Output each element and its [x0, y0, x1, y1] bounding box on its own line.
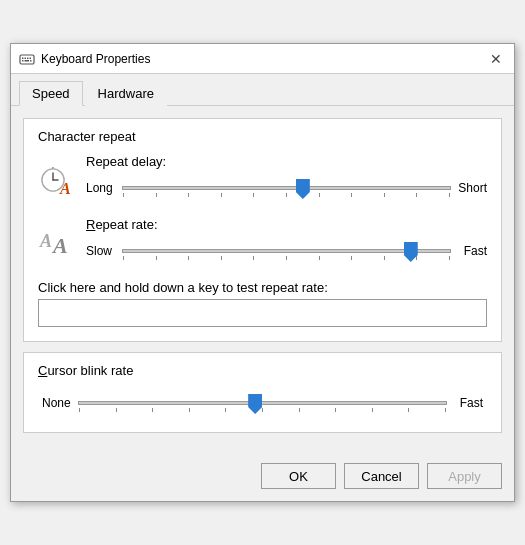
tick [262, 408, 263, 412]
title-bar: Keyboard Properties ✕ [11, 44, 514, 74]
tick [449, 256, 450, 260]
tick [253, 193, 254, 197]
cursor-blink-title: Cursor blink rate [38, 363, 487, 378]
tick [156, 256, 157, 260]
tick [188, 193, 189, 197]
svg-rect-7 [30, 60, 32, 62]
cancel-button[interactable]: Cancel [344, 463, 419, 489]
tick [319, 193, 320, 197]
rate-icon: A A [38, 222, 78, 262]
repeat-delay-slider-section: Repeat delay: Long [86, 154, 487, 203]
cursor-blink-section: Cursor blink rate None [23, 352, 502, 433]
delay-icon: A [38, 159, 78, 199]
tick [449, 193, 450, 197]
tick [123, 193, 124, 197]
svg-rect-0 [20, 55, 34, 64]
buttons-row: OK Cancel Apply [11, 455, 514, 501]
repeat-rate-row: A A Repeat rate: Slow [38, 217, 487, 266]
character-repeat-section: Character repeat A [23, 118, 502, 342]
cursor-blink-ticks [79, 408, 446, 412]
repeat-rate-left-label: Slow [86, 244, 116, 258]
tick [335, 408, 336, 412]
repeat-delay-left-label: Long [86, 181, 116, 195]
cursor-blink-slider[interactable] [78, 388, 447, 418]
tab-content: Character repeat A [11, 106, 514, 455]
tick [416, 193, 417, 197]
tick [116, 408, 117, 412]
ok-button[interactable]: OK [261, 463, 336, 489]
tick [225, 408, 226, 412]
keyboard-properties-window: Keyboard Properties ✕ Speed Hardware Cha… [10, 43, 515, 502]
keyboard-icon [19, 51, 35, 67]
tick [408, 408, 409, 412]
svg-rect-6 [25, 60, 30, 62]
tick [372, 408, 373, 412]
tick [123, 256, 124, 260]
cursor-blink-track [78, 401, 447, 405]
repeat-delay-track-container: Long [86, 173, 487, 203]
test-label: Click here and hold down a key to test r… [38, 280, 487, 295]
repeat-delay-right-label: Short [457, 181, 487, 195]
repeat-delay-track [122, 186, 451, 190]
svg-text:A: A [39, 231, 52, 251]
tick [445, 408, 446, 412]
tick [79, 408, 80, 412]
repeat-delay-label: Repeat delay: [86, 154, 487, 169]
close-button[interactable]: ✕ [486, 49, 506, 69]
title-bar-left: Keyboard Properties [19, 51, 150, 67]
svg-rect-1 [22, 57, 24, 59]
character-repeat-title: Character repeat [38, 129, 487, 144]
repeat-rate-slider[interactable] [122, 236, 451, 266]
svg-rect-4 [30, 57, 32, 59]
svg-rect-2 [25, 57, 27, 59]
tick [253, 256, 254, 260]
tab-hardware[interactable]: Hardware [85, 81, 167, 106]
tick [384, 256, 385, 260]
repeat-rate-ticks [123, 256, 450, 260]
tick [221, 256, 222, 260]
cursor-blink-right-label: Fast [453, 396, 483, 410]
repeat-rate-slider-section: Repeat rate: Slow [86, 217, 487, 266]
window-title: Keyboard Properties [41, 52, 150, 66]
tick [319, 256, 320, 260]
repeat-rate-label: Repeat rate: [86, 217, 487, 232]
tab-speed[interactable]: Speed [19, 81, 83, 106]
tick [351, 193, 352, 197]
repeat-delay-ticks [123, 193, 450, 197]
tick [189, 408, 190, 412]
cursor-blink-left-label: None [42, 396, 72, 410]
tab-bar: Speed Hardware [11, 74, 514, 106]
tick [416, 256, 417, 260]
tick [351, 256, 352, 260]
cursor-blink-title-underline: C [38, 363, 47, 378]
tick [384, 193, 385, 197]
tick [286, 193, 287, 197]
repeat-rate-track [122, 249, 451, 253]
repeat-delay-row: A Repeat delay: Long [38, 154, 487, 203]
tick [156, 193, 157, 197]
apply-button[interactable]: Apply [427, 463, 502, 489]
tick [221, 193, 222, 197]
tick [299, 408, 300, 412]
tick [286, 256, 287, 260]
repeat-rate-label-underline: R [86, 217, 95, 232]
test-input[interactable] [38, 299, 487, 327]
repeat-rate-track-container: Slow [86, 236, 487, 266]
svg-rect-3 [27, 57, 29, 59]
tick [188, 256, 189, 260]
tick [152, 408, 153, 412]
svg-text:A: A [51, 233, 68, 258]
test-area: Click here and hold down a key to test r… [38, 280, 487, 327]
repeat-rate-right-label: Fast [457, 244, 487, 258]
repeat-delay-slider[interactable] [122, 173, 451, 203]
svg-text:A: A [59, 180, 71, 197]
svg-rect-5 [22, 60, 24, 62]
cursor-blink-track-container: None [38, 388, 487, 418]
